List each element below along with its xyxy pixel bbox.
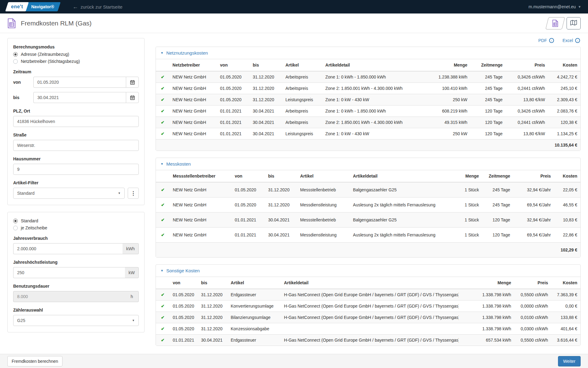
table-cell: 31.12.2020 [198,323,228,335]
table-total-row: 10.135,64 € [156,140,580,151]
table-cell [281,323,459,335]
table-cell: 0,0000 ct/kWh [514,301,551,312]
column-header: Preis [506,59,548,71]
date-from-calendar-button[interactable] [126,77,139,88]
column-header: Artikeldetail [350,170,453,182]
table-cell: Erdgassteuer [228,335,281,346]
zaehlerauswahl-select[interactable]: G25 ▼ [13,315,139,326]
table-cell: 608.219 kWh [429,105,470,117]
table-cell: H-Gas NetConnect (Open Grid Europe GmbH … [281,301,459,312]
column-header: Artikeldetail [281,277,459,289]
table-cell: 1 Stück [453,213,482,228]
column-header: Zeitmenge [470,59,506,71]
hausnummer-input[interactable] [13,164,139,175]
table-cell: 30.04.2021 [265,228,297,243]
table-cell: Auslesung 2x täglich mittels Fernauslesu… [350,228,453,243]
section-header-sonstige-kosten[interactable]: ▼ Sonstige Kosten [156,265,580,277]
section-title: Sonstige Kosten [166,268,200,273]
radio-standard[interactable]: Standard [13,218,139,223]
table-cell: 30.04.2021 [265,213,297,228]
section-messkosten: ▼ Messkosten MessstellenbetreibervonbisA… [156,158,581,258]
table-cell: Messstellenbetrieb [297,213,350,228]
map-view-button[interactable] [567,17,581,29]
table-row: ✔01.05.202031.12.2020Konvertierungsumlag… [156,301,580,312]
table-cell: 01.05.2020 [217,83,250,94]
check-cell: ✔ [156,213,170,228]
jahresverbrauch-input[interactable] [13,243,123,254]
table-cell: 1.338.798 kWh [459,289,514,301]
table-cell: 01.05.2020 [170,289,198,301]
radio-label: Netzbetreiber (Stichtagsbezug) [21,59,80,64]
table-cell: Zone 1: 0 kW - 430 kW [322,128,429,140]
benutzungsdauer-input [13,291,125,302]
radio-button[interactable] [13,219,18,223]
table-cell: 01.05.2020 [170,323,198,335]
table-cell: 01.01.2021 [217,128,250,140]
check-icon: ✔ [161,187,165,192]
document-table-icon [7,18,16,28]
check-icon: ✔ [161,292,165,297]
date-from-input[interactable] [33,77,126,88]
table-cell: 32,94 €/Jahr [513,213,554,228]
radio-label: Standard [21,218,38,223]
check-cell: ✔ [156,83,169,94]
jahreshoechstleistung-input[interactable] [13,267,125,278]
table-cell: 30.04.2021 [250,105,282,117]
table-cell: Erdgassteuer [228,289,281,301]
column-header: Netzbetreiber [169,59,217,71]
column-header: Artikel [297,170,350,182]
radio-button[interactable] [13,59,18,64]
date-to-input[interactable] [33,92,126,103]
radio-button[interactable] [13,226,18,230]
radio-je-zeitscheibe[interactable]: je Zeitscheibe [13,225,139,230]
section-header-messkosten[interactable]: ▼ Messkosten [156,158,580,170]
table-cell: Zone 2: 1.850.001 kWh - 4.300.000 kWh [322,117,429,128]
collapse-caret-icon: ▼ [160,52,164,55]
date-to-calendar-button[interactable] [126,92,139,103]
table-cell: 0,5500 ct/kWh [514,289,551,301]
artikel-filter-select[interactable]: Standard ▼ [13,188,125,199]
table-cell: 01.05.2020 [217,71,250,83]
user-menu[interactable]: m.mustermann@enet.eu ▼ [529,4,581,9]
table-cell: NEW Netz GmbH [169,83,217,94]
table-cell: 2.083,76 € [548,105,580,117]
radio-button[interactable] [13,52,18,57]
table-cell: 0,3426 ct/kWh [506,71,548,83]
select-value: Standard [17,191,35,196]
top-navbar: ene't Navigator® ← zurück zur Startseite… [0,0,588,13]
table-cell: 69,54 €/Jahr [513,228,554,243]
back-to-start-link[interactable]: ← zurück zur Startseite [73,4,123,10]
bis-label: bis [13,95,33,100]
check-cell: ✔ [156,312,170,323]
enet-logo-text: ene't [11,4,23,10]
table-cell: Balgengaszaehler G25 [350,182,453,197]
pdf-download-link[interactable]: PDF ↓ [538,38,554,43]
calculate-button[interactable]: Fremdkosten berechnen [7,356,62,366]
table-cell: 1.238.388 kWh [429,71,470,83]
artikel-filter-options-button[interactable]: ⋮ [128,188,139,199]
date-to-row: bis [13,92,139,103]
plz-ort-input[interactable] [13,116,139,127]
table-cell: 01.05.2020 [232,182,265,197]
app-root: ene't Navigator® ← zurück zur Startseite… [0,0,588,368]
table-cell: 10,83 € [554,213,580,228]
enet-navigator-logo: ene't Navigator® [7,2,59,11]
table-cell: 250 kW [429,128,470,140]
column-header: bis [265,170,297,182]
radio-label: je Zeitscheibe [21,225,47,230]
table-cell: 245 Tage [482,197,513,213]
table-cell: 250 kW [429,94,470,105]
table-cell: Zone 1: 0 kW - 430 kW [322,94,429,105]
table-row: ✔NEW Netz GmbH01.05.202031.12.2020Leistu… [156,94,580,105]
column-header: Artikel [282,59,322,71]
column-header: Artikel [228,277,281,289]
table-cell: 32,94 €/Jahr [513,182,554,197]
radio-netzbetreiber-stichtagsbezug[interactable]: Netzbetreiber (Stichtagsbezug) [13,59,139,64]
strasse-input[interactable] [13,140,139,151]
table-view-button[interactable] [545,17,565,29]
section-header-netznutzungskosten[interactable]: ▼ Netznutzungskosten [156,47,580,59]
excel-download-link[interactable]: Excel ↓ [563,38,580,43]
radio-adresse-zeitraumbezug[interactable]: Adresse (Zeitraumbezug) [13,52,139,57]
table-cell: 0,00 € [551,301,580,312]
next-button[interactable]: Weiter [558,356,581,366]
